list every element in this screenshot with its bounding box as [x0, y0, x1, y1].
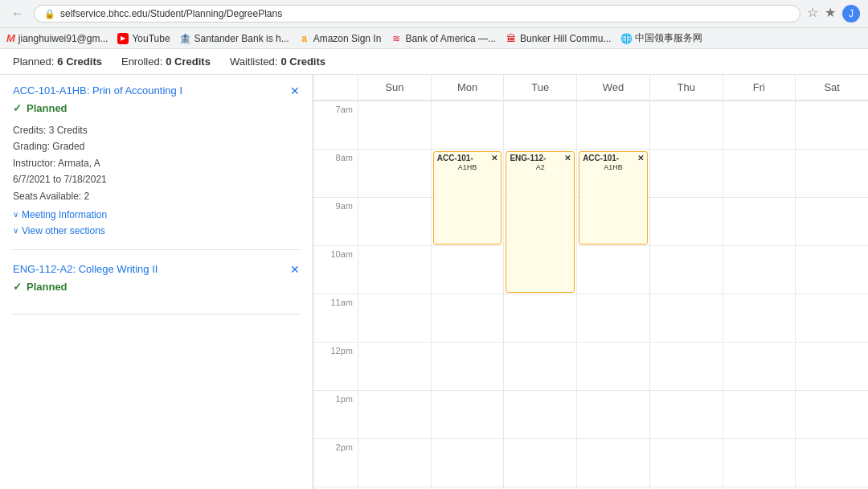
cal-cell-3-4 — [576, 294, 649, 342]
day-header-wed: Wed — [576, 75, 649, 100]
cal-cell-6-2 — [795, 197, 868, 245]
planned-label: Planned: — [13, 55, 54, 68]
time-7am: 7am — [313, 101, 358, 149]
cal-cell-2-0 — [503, 101, 576, 149]
cal-cell-2-4 — [503, 294, 576, 342]
other-sections-link-acc101[interactable]: ∨ View other sections — [13, 225, 300, 236]
bookmark-youtube[interactable]: ▶ YouTube — [117, 33, 170, 44]
time-header — [313, 75, 358, 100]
event-close-eng112-tue[interactable]: ✕ — [564, 154, 571, 162]
event-acc101-wed[interactable]: ACC-101- ✕ A1HB — [579, 151, 648, 244]
close-eng112-button[interactable]: ✕ — [290, 263, 300, 276]
cal-cell-0-6 — [358, 390, 431, 438]
cal-cell-2-5 — [503, 342, 576, 390]
bookmark-bunker-label: Bunker Hill Commu... — [520, 33, 611, 44]
planned-label-acc101: Planned — [27, 102, 68, 114]
cal-cell-5-7 — [723, 438, 796, 487]
planned-badge-acc101: ✓ Planned — [13, 102, 300, 114]
day-header-tue: Tue — [503, 75, 576, 100]
bookmark-santander-label: Santander Bank is h... — [194, 33, 289, 44]
avatar-icon[interactable]: J — [842, 5, 860, 23]
cal-cell-6-7 — [795, 438, 868, 487]
bookmark-chinese-label: 中国领事服务网 — [635, 31, 702, 45]
cal-cell-3-5 — [576, 342, 649, 390]
bookmark-amazon-label: Amazon Sign In — [313, 33, 382, 44]
chinese-icon: 🌐 — [620, 33, 632, 44]
event-acc101-mon[interactable]: ACC-101- ✕ A1HB — [433, 151, 502, 244]
enrolled-label: Enrolled: — [121, 55, 162, 68]
cal-cell-5-2 — [723, 197, 796, 245]
cal-cell-4-0 — [649, 101, 723, 149]
waitlisted-credits: Waitlisted: 0 Credits — [230, 55, 326, 68]
cal-cell-5-6 — [723, 390, 796, 438]
lock-icon: 🔒 — [44, 9, 55, 19]
cal-cell-4-6 — [649, 390, 723, 438]
course-title-acc101[interactable]: ACC-101-A1HB: Prin of Accounting I — [13, 84, 182, 97]
cal-cell-2-6 — [503, 390, 576, 438]
event-close-acc101-wed[interactable]: ✕ — [637, 154, 644, 162]
close-acc101-button[interactable]: ✕ — [290, 84, 300, 97]
cal-cell-0-1 — [358, 149, 431, 197]
bookmark-amazon[interactable]: a Amazon Sign In — [299, 33, 382, 44]
cal-cell-5-5 — [723, 342, 796, 390]
cal-cell-1-4 — [431, 294, 504, 342]
cal-cell-6-4 — [795, 294, 868, 342]
cal-cell-5-3 — [723, 245, 796, 294]
time-1pm: 1pm — [313, 390, 358, 438]
address-bar[interactable]: 🔒 selfservice.bhcc.edu/Student/Planning/… — [34, 5, 800, 23]
left-panel: ACC-101-A1HB: Prin of Accounting I ✕ ✓ P… — [0, 75, 313, 489]
cal-cell-4-4 — [649, 294, 723, 342]
bookmark-chinese[interactable]: 🌐 中国领事服务网 — [620, 31, 702, 45]
cal-cell-1-5 — [431, 342, 504, 390]
event-close-acc101-mon[interactable]: ✕ — [491, 154, 497, 162]
cal-cell-2-1: ENG-112- ✕ A2 — [503, 149, 576, 197]
planned-credits: Planned: 6 Credits — [13, 55, 102, 68]
star-icon[interactable]: ☆ — [807, 5, 818, 23]
event-sub-eng112-tue: A2 — [510, 163, 571, 171]
course-title-row-eng112: ENG-112-A2: College Writing II ✕ — [13, 263, 300, 276]
check-icon-eng112: ✓ — [13, 281, 22, 293]
cal-cell-0-4 — [358, 294, 431, 342]
credits-acc101: Credits: 3 Credits — [13, 122, 300, 138]
cal-cell-4-7 — [649, 438, 723, 487]
cal-cell-5-4 — [723, 294, 796, 342]
cal-cell-1-7 — [431, 438, 504, 487]
bookmark-bunker[interactable]: 🏛 Bunker Hill Commu... — [506, 33, 611, 44]
enrolled-value: 0 Credits — [166, 55, 211, 68]
enrolled-credits: Enrolled: 0 Credits — [121, 55, 211, 68]
day-header-fri: Fri — [723, 75, 796, 100]
meeting-info-label: Meeting Information — [22, 209, 107, 220]
cal-cell-6-3 — [795, 245, 868, 294]
cal-cell-1-0 — [431, 101, 504, 149]
time-12pm: 12pm — [313, 342, 358, 390]
time-11am: 11am — [313, 294, 358, 342]
grading-acc101: Grading: Graded — [13, 138, 300, 154]
back-button[interactable]: ← — [8, 6, 27, 21]
instructor-acc101: Instructor: Armata, A — [13, 155, 300, 171]
page-header: Planned: 6 Credits Enrolled: 0 Credits W… — [0, 49, 868, 75]
browser-bar: ← 🔒 selfservice.bhcc.edu/Student/Plannin… — [0, 0, 868, 28]
meeting-info-link-acc101[interactable]: ∨ Meeting Information — [13, 209, 300, 220]
url-text: selfservice.bhcc.edu/Student/Planning/De… — [60, 8, 282, 19]
event-label-eng112-tue: ENG-112- — [510, 154, 546, 162]
bookmark-santander[interactable]: 🏦 Santander Bank is h... — [180, 33, 289, 44]
cal-cell-0-2 — [358, 197, 431, 245]
event-sub-acc101-mon: A1HB — [437, 163, 498, 171]
bookmarks-bar: M jianghuiwei91@gm... ▶ YouTube 🏦 Santan… — [0, 28, 868, 49]
day-header-mon: Mon — [431, 75, 504, 100]
cal-cell-6-0 — [795, 101, 868, 149]
planned-value: 6 Credits — [57, 55, 102, 68]
bookmark-gmail-label: jianghuiwei91@gm... — [18, 33, 108, 44]
day-header-thu: Thu — [649, 75, 723, 100]
day-header-sun: Sun — [358, 75, 431, 100]
bookmark-icon[interactable]: ★ — [825, 5, 836, 23]
event-sub-acc101-wed: A1HB — [583, 163, 644, 171]
cal-cell-0-0 — [358, 101, 431, 149]
event-eng112-tue[interactable]: ENG-112- ✕ A2 — [506, 151, 575, 293]
bookmark-bofa[interactable]: ≋ Bank of America —... — [391, 33, 496, 44]
day-header-sat: Sat — [795, 75, 868, 100]
cal-cell-6-1 — [795, 149, 868, 197]
cal-cell-5-1 — [723, 149, 796, 197]
course-title-eng112[interactable]: ENG-112-A2: College Writing II — [13, 263, 158, 275]
bookmark-gmail[interactable]: M jianghuiwei91@gm... — [6, 32, 108, 44]
